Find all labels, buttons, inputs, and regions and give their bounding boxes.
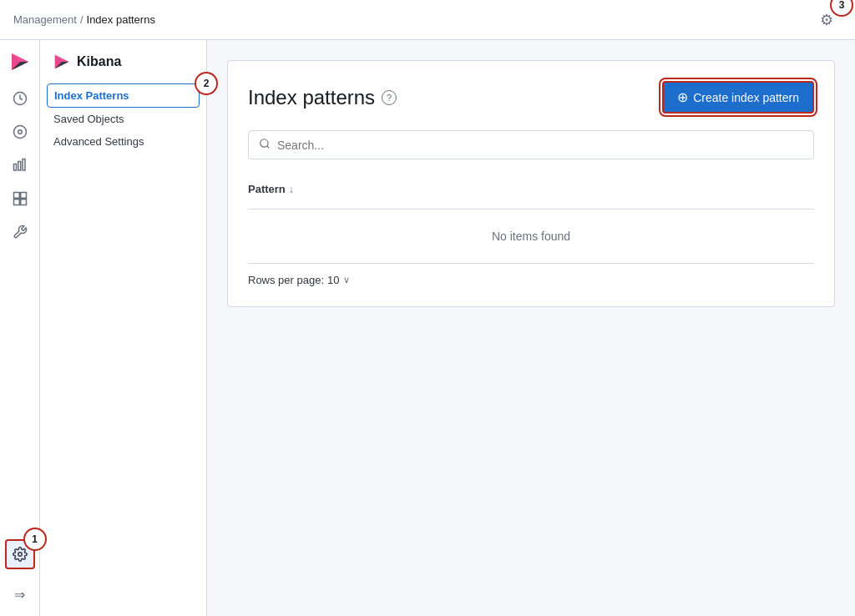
kibana-logo-svg [10, 52, 30, 72]
breadcrumb: Management / Index patterns [13, 13, 155, 26]
svg-rect-8 [23, 159, 25, 171]
kibana-sidebar-logo [53, 53, 70, 70]
chevron-down-icon: ∨ [343, 275, 350, 285]
sidebar: Kibana 2 Index Patterns Saved Objects Ad… [40, 40, 207, 616]
gear-icon-wrapper: 1 [5, 539, 35, 573]
search-icon [259, 138, 271, 152]
collapse-icon[interactable]: ⇒ [5, 579, 35, 609]
table-footer: Rows per page: 10 ∨ [248, 264, 814, 286]
svg-rect-11 [13, 199, 19, 205]
page-header: Index patterns ? ⊕ Create index pattern [248, 81, 814, 114]
sidebar-logo-text: Kibana [77, 54, 121, 69]
svg-rect-6 [13, 164, 16, 171]
top-nav: Management / Index patterns 3 ⚙ [0, 0, 855, 40]
annotation-3-bubble: 3 [830, 0, 853, 17]
breadcrumb-management[interactable]: Management [13, 13, 77, 26]
svg-point-13 [18, 553, 22, 557]
search-input[interactable] [277, 139, 803, 152]
sidebar-item-index-patterns[interactable]: Index Patterns [47, 83, 200, 108]
sidebar-nav: 2 Index Patterns Saved Objects Advanced … [40, 83, 206, 153]
annotation-1-bubble: 1 [23, 528, 47, 551]
table-header: Pattern ↓ [248, 176, 814, 210]
table-body: No items found [248, 210, 814, 264]
icon-rail: 1 ⇒ [0, 40, 40, 616]
svg-point-4 [13, 126, 26, 139]
sidebar-item-saved-objects[interactable]: Saved Objects [40, 108, 206, 130]
breadcrumb-area: Management / Index patterns [13, 13, 155, 26]
svg-line-18 [267, 146, 270, 149]
help-icon[interactable]: ? [382, 90, 397, 105]
kibana-logo-icon[interactable] [5, 47, 35, 77]
settings-icon[interactable]: ⚙ [820, 11, 833, 29]
create-index-pattern-button[interactable]: ⊕ Create index pattern [662, 81, 814, 114]
rows-per-page-value: 10 [327, 274, 339, 286]
rows-per-page[interactable]: Rows per page: 10 ∨ [248, 274, 350, 286]
clock-icon[interactable] [5, 83, 35, 114]
pattern-column-header: Pattern ↓ [248, 176, 814, 202]
index-patterns-wrapper: 2 Index Patterns [40, 83, 206, 108]
search-bar [248, 130, 814, 159]
dev-tools-icon[interactable] [5, 217, 35, 247]
rows-per-page-label: Rows per page: [248, 274, 324, 286]
sidebar-item-advanced-settings[interactable]: Advanced Settings [40, 130, 206, 153]
svg-point-5 [18, 130, 22, 134]
main-content: Index patterns ? ⊕ Create index pattern [207, 40, 855, 616]
sidebar-logo: Kibana [40, 53, 206, 83]
breadcrumb-current: Index patterns [87, 13, 155, 26]
svg-rect-7 [18, 162, 20, 171]
top-nav-right: 3 ⚙ [812, 5, 842, 35]
dashboard-icon[interactable] [5, 184, 35, 214]
page-title: Index patterns [248, 86, 375, 109]
svg-rect-12 [20, 199, 26, 205]
main-layout: 1 ⇒ Kibana 2 [0, 40, 855, 616]
discover-icon[interactable] [5, 117, 35, 147]
svg-rect-9 [13, 193, 19, 199]
annotation-2-bubble: 2 [195, 72, 218, 95]
sort-icon[interactable]: ↓ [289, 184, 294, 195]
content-card: Index patterns ? ⊕ Create index pattern [227, 60, 835, 307]
svg-point-17 [261, 139, 268, 147]
create-button-wrapper: ⊕ Create index pattern [662, 81, 814, 114]
no-items-message: No items found [248, 210, 814, 264]
breadcrumb-sep: / [80, 13, 83, 26]
plus-icon: ⊕ [677, 89, 688, 105]
page-title-row: Index patterns ? [248, 86, 397, 109]
svg-rect-10 [20, 193, 26, 199]
visualize-icon[interactable] [5, 150, 35, 180]
